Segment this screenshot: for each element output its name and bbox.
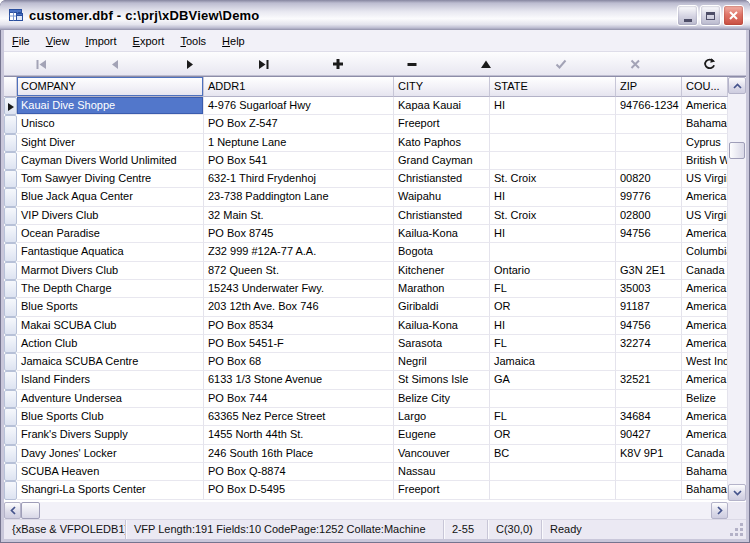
scroll-down-button[interactable] bbox=[728, 484, 746, 501]
vertical-scroll-thumb[interactable] bbox=[729, 142, 745, 159]
cell[interactable]: SCUBA Heaven bbox=[17, 463, 204, 481]
cell[interactable]: HI bbox=[490, 188, 616, 206]
cell[interactable]: 02800 bbox=[616, 207, 682, 225]
cell[interactable]: OR bbox=[490, 426, 616, 444]
cell[interactable]: Vancouver bbox=[394, 445, 490, 463]
menu-help[interactable]: Help bbox=[214, 31, 253, 50]
cell[interactable]: 32521 bbox=[616, 371, 682, 389]
row-indicator[interactable] bbox=[4, 463, 17, 481]
cell[interactable]: PO Box 5451-F bbox=[204, 335, 394, 353]
cell[interactable]: Kato Paphos bbox=[394, 134, 490, 152]
cell[interactable]: Kitchener bbox=[394, 262, 490, 280]
cell[interactable]: Belize bbox=[682, 390, 728, 408]
cell[interactable]: Adventure Undersea bbox=[17, 390, 204, 408]
cell[interactable]: Negril bbox=[394, 353, 490, 371]
cell[interactable]: America bbox=[682, 280, 728, 298]
toolbar-refresh-button[interactable] bbox=[672, 52, 746, 75]
maximize-button[interactable] bbox=[700, 5, 721, 26]
column-header-zip[interactable]: ZIP bbox=[616, 77, 682, 97]
cell[interactable]: Bahamas bbox=[682, 463, 728, 481]
cell[interactable]: Canada bbox=[682, 445, 728, 463]
toolbar-edit-button[interactable] bbox=[449, 52, 523, 75]
cell[interactable]: 23-738 Paddington Lane bbox=[204, 188, 394, 206]
row-indicator[interactable] bbox=[4, 262, 17, 280]
horizontal-scroll-thumb[interactable] bbox=[21, 502, 40, 519]
scroll-left-button[interactable] bbox=[4, 502, 21, 519]
cell[interactable] bbox=[616, 481, 682, 499]
cell[interactable]: HI bbox=[490, 225, 616, 243]
cell[interactable]: PO Box 744 bbox=[204, 390, 394, 408]
cell[interactable]: 872 Queen St. bbox=[204, 262, 394, 280]
horizontal-scrollbar[interactable] bbox=[4, 502, 728, 519]
cell[interactable]: 32274 bbox=[616, 335, 682, 353]
cell[interactable]: PO Box 541 bbox=[204, 152, 394, 170]
cell[interactable]: St. Croix bbox=[490, 170, 616, 188]
cell[interactable]: St. Croix bbox=[490, 207, 616, 225]
cell[interactable]: 35003 bbox=[616, 280, 682, 298]
cell[interactable] bbox=[616, 243, 682, 261]
cell[interactable]: HI bbox=[490, 317, 616, 335]
cell[interactable]: Frank's Divers Supply bbox=[17, 426, 204, 444]
cell[interactable]: Blue Sports bbox=[17, 298, 204, 316]
cell[interactable]: The Depth Charge bbox=[17, 280, 204, 298]
close-button[interactable] bbox=[723, 5, 744, 26]
cell[interactable]: Fantastique Aquatica bbox=[17, 243, 204, 261]
row-indicator[interactable] bbox=[4, 445, 17, 463]
cell[interactable]: 4-976 Sugarloaf Hwy bbox=[204, 97, 394, 115]
toolbar-prior-button[interactable] bbox=[78, 52, 152, 75]
row-indicator[interactable] bbox=[4, 335, 17, 353]
cell[interactable]: Eugene bbox=[394, 426, 490, 444]
cell[interactable]: PO Box D-5495 bbox=[204, 481, 394, 499]
cell[interactable] bbox=[490, 152, 616, 170]
cell[interactable]: 34684 bbox=[616, 408, 682, 426]
row-indicator[interactable] bbox=[4, 152, 17, 170]
cell[interactable]: 94756 bbox=[616, 225, 682, 243]
cell[interactable]: Marmot Divers Club bbox=[17, 262, 204, 280]
cell[interactable]: Cyprus bbox=[682, 134, 728, 152]
column-header-state[interactable]: STATE bbox=[490, 77, 616, 97]
cell[interactable]: Bahamas bbox=[682, 481, 728, 499]
cell[interactable]: VIP Divers Club bbox=[17, 207, 204, 225]
cell[interactable]: Largo bbox=[394, 408, 490, 426]
cell[interactable]: Blue Jack Aqua Center bbox=[17, 188, 204, 206]
scroll-up-button[interactable] bbox=[728, 77, 746, 94]
row-indicator[interactable] bbox=[4, 134, 17, 152]
cell[interactable]: FL bbox=[490, 335, 616, 353]
cell[interactable]: Unisco bbox=[17, 115, 204, 133]
cell[interactable] bbox=[490, 243, 616, 261]
cell[interactable]: Bogota bbox=[394, 243, 490, 261]
row-indicator[interactable] bbox=[4, 115, 17, 133]
cell[interactable]: America bbox=[682, 408, 728, 426]
row-indicator[interactable] bbox=[4, 298, 17, 316]
row-indicator[interactable] bbox=[4, 97, 17, 115]
cell[interactable]: 00820 bbox=[616, 170, 682, 188]
cell[interactable]: 203 12th Ave. Box 746 bbox=[204, 298, 394, 316]
row-indicator[interactable] bbox=[4, 207, 17, 225]
cell[interactable]: Sarasota bbox=[394, 335, 490, 353]
row-indicator[interactable] bbox=[4, 371, 17, 389]
cell[interactable] bbox=[616, 134, 682, 152]
cell[interactable]: PO Box 8745 bbox=[204, 225, 394, 243]
column-header-cou[interactable]: COU... bbox=[682, 77, 728, 97]
row-indicator[interactable] bbox=[4, 317, 17, 335]
cell[interactable]: FL bbox=[490, 280, 616, 298]
cell[interactable]: America bbox=[682, 317, 728, 335]
cell[interactable]: Christiansted bbox=[394, 170, 490, 188]
cell[interactable]: US Virgin bbox=[682, 170, 728, 188]
cell[interactable]: HI bbox=[490, 97, 616, 115]
cell[interactable]: Tom Sawyer Diving Centre bbox=[17, 170, 204, 188]
row-indicator[interactable] bbox=[4, 280, 17, 298]
cell[interactable]: Z32 999 #12A-77 A.A. bbox=[204, 243, 394, 261]
row-indicator[interactable] bbox=[4, 188, 17, 206]
cell[interactable]: Bahamas bbox=[682, 115, 728, 133]
cell[interactable]: US Virgin bbox=[682, 207, 728, 225]
column-header-company[interactable]: COMPANY bbox=[17, 77, 204, 97]
cell[interactable]: 6133 1/3 Stone Avenue bbox=[204, 371, 394, 389]
cell[interactable]: GA bbox=[490, 371, 616, 389]
column-header-addr1[interactable]: ADDR1 bbox=[204, 77, 394, 97]
cell[interactable]: 94766-1234 bbox=[616, 97, 682, 115]
cell[interactable]: Freeport bbox=[394, 115, 490, 133]
cell[interactable]: 32 Main St. bbox=[204, 207, 394, 225]
cell[interactable] bbox=[490, 134, 616, 152]
menu-export[interactable]: Export bbox=[125, 31, 173, 50]
